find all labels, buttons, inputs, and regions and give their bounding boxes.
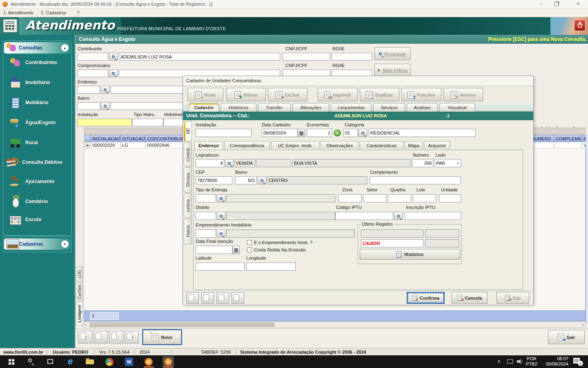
subtab-correspondencia[interactable]: Correspondência	[224, 141, 270, 149]
bairro-search-button[interactable]	[101, 102, 109, 110]
grid-row-marker-cell[interactable]: ►	[85, 142, 91, 148]
uc-bairro-search-button[interactable]	[258, 176, 266, 184]
side-tab-tecnica[interactable]: Técnica	[184, 167, 192, 193]
subtab-mapa[interactable]: Mapa	[405, 141, 423, 149]
sidebar-group-consultas[interactable]: Consultas ▲	[4, 42, 71, 54]
internet-explorer-icon[interactable]: e	[65, 356, 76, 368]
data-cadastro-calendar-button[interactable]: ▦	[298, 129, 305, 137]
toolbar-anexos-button[interactable]: ☞Anexos	[443, 88, 483, 101]
contribuinte-search-button[interactable]	[109, 53, 118, 61]
grid-cell-complemento[interactable]	[554, 142, 582, 148]
complemento-input[interactable]	[370, 176, 461, 184]
close-button[interactable]: ×	[572, 0, 585, 8]
toolbar-alterar-button[interactable]: ✎Alterar	[226, 88, 266, 101]
sidebar-item-rural[interactable]: Rural	[9, 135, 70, 151]
tab-cartoes[interactable]: Cartões	[76, 282, 83, 301]
setor-input[interactable]	[363, 194, 386, 202]
codigo-iptu-input[interactable]	[335, 212, 393, 220]
distrito-search-button[interactable]	[217, 212, 225, 220]
confirma-button[interactable]: ✓ Confirma	[407, 292, 445, 304]
menu-help[interactable]: ?	[77, 10, 79, 15]
endereco-code-input[interactable]	[77, 86, 100, 94]
pesquisar-button[interactable]: Pesquisar	[374, 47, 410, 60]
sidebar-item-escola[interactable]: Escola	[9, 211, 70, 228]
contribuinte-cnpj-input[interactable]	[283, 53, 330, 61]
endereco-search-button[interactable]	[101, 86, 109, 94]
scroll-left-arrow[interactable]: ‹	[85, 322, 87, 327]
tipo-entrega-search-button[interactable]	[217, 194, 225, 202]
record-first-button[interactable]: «	[78, 331, 92, 343]
page-number-cell[interactable]: 1	[90, 312, 119, 320]
main-sair-button[interactable]: ➜ Sair	[548, 330, 585, 344]
uc-instalacao-input[interactable]	[196, 129, 252, 137]
novo-button[interactable]: * Novo	[143, 330, 181, 344]
sidebar-item-consulta-debitos[interactable]: Consulta Débitos	[6, 154, 67, 171]
toolbar-excluir-button[interactable]: ×Excluir	[268, 88, 307, 101]
unidade-input[interactable]	[439, 194, 461, 202]
conta-retida-checkbox[interactable]	[247, 247, 252, 252]
subtab-arquivos[interactable]: Arquivos	[424, 141, 450, 149]
tab-log[interactable]: LOG	[76, 267, 83, 281]
side-tab-fatura[interactable]: Fatura	[184, 219, 192, 244]
toolbar-duplicar-button[interactable]: Duplicar	[360, 88, 399, 101]
economias-input[interactable]	[307, 129, 332, 137]
network-icon[interactable]	[507, 359, 513, 364]
contribuinte-code-input[interactable]	[77, 53, 108, 61]
language-indicator[interactable]: POR PTB2	[526, 356, 537, 367]
tipo-hidro-input[interactable]	[132, 119, 163, 126]
grid-header-instalacao[interactable]: INSTALACAO	[91, 135, 120, 142]
categoria-code-input[interactable]	[343, 129, 358, 137]
tab-servicos[interactable]: Serviços	[373, 103, 405, 112]
word-icon[interactable]: W	[123, 356, 135, 368]
longitude-input[interactable]	[246, 263, 296, 271]
instalacao-input[interactable]	[77, 119, 131, 126]
file-explorer-icon[interactable]	[84, 356, 96, 368]
clock[interactable]: 08:07 09/08/2024	[540, 356, 568, 367]
subtab-caracteristicas[interactable]: Características	[360, 141, 403, 149]
compromissario-code-input[interactable]	[77, 70, 108, 77]
distrito-code-input[interactable]	[196, 212, 216, 220]
sidebar-item-imobiliario[interactable]: Imobiliário	[9, 74, 70, 91]
zona-input[interactable]	[338, 194, 361, 202]
tab-historicos[interactable]: Históricos	[220, 103, 256, 112]
tab-lancamentos[interactable]: Lançamentos	[331, 103, 372, 112]
lado-select[interactable]: PAR ▼	[434, 159, 461, 167]
restore-icon[interactable]	[555, 2, 559, 6]
sidebar-item-contribuintes[interactable]: Contribuintes	[9, 54, 70, 71]
quadra-input[interactable]	[388, 194, 411, 202]
side-tab-leitura[interactable]: Leitura	[184, 193, 192, 218]
toolbar-novo-button[interactable]: +Novo	[187, 88, 223, 101]
codigo-iptu-search-button[interactable]	[394, 212, 403, 220]
historico-button[interactable]: Histórico	[360, 249, 460, 260]
grid-header-codcontribuinte[interactable]: CODCONTRIBUIN	[145, 135, 183, 142]
tab-alteracoes[interactable]: Alterações	[292, 103, 329, 112]
record-last-button[interactable]: »	[125, 331, 139, 343]
compromissario-search-button[interactable]	[109, 70, 118, 77]
grid-cell-instalacao[interactable]: 000002029	[91, 142, 120, 148]
grid-cell-codcontribuinte[interactable]: 000002846	[145, 142, 183, 148]
logradouro-search-button[interactable]	[225, 159, 234, 167]
sidebar-item-mobiliario[interactable]: Mobiliário	[9, 94, 70, 111]
tab-visualizar[interactable]: Visualizar	[439, 103, 475, 112]
modal-sair-button[interactable]: ➜ Sair	[497, 292, 529, 304]
cancela-button[interactable]: × Cancela	[452, 292, 488, 304]
tipo-entrega-code-input[interactable]	[196, 194, 216, 202]
grid-header-situacao[interactable]: SITUACAO	[120, 135, 145, 142]
fiorilli-app-icon[interactable]	[143, 356, 154, 368]
subtab-endereco[interactable]: Endereço	[194, 141, 223, 149]
side-tab-contrib[interactable]: Contrib.	[184, 142, 192, 166]
toolbar-imprimir-button[interactable]: ▭Imprimir	[318, 88, 358, 101]
toolbar-funcoes-button[interactable]: ƒFunções	[401, 88, 441, 101]
menu-atendimento[interactable]: 1. Atendimento	[3, 10, 33, 15]
scroll-thumb[interactable]	[90, 323, 274, 327]
tray-chevron-icon[interactable]: ∧	[497, 359, 501, 364]
empreendimento-checkbox[interactable]	[247, 240, 252, 245]
data-cadastro-input[interactable]	[262, 129, 298, 137]
mais-filtros-button[interactable]: + Mais Filtros	[374, 64, 410, 76]
modal-record-last-button[interactable]: »	[232, 292, 244, 304]
tab-transfer[interactable]: Transfer.	[258, 103, 291, 112]
record-prev-button[interactable]: ‹	[94, 331, 108, 343]
logradouro-code-input[interactable]	[196, 159, 224, 167]
sidebar-group-cadastros[interactable]: Cadastros ▼	[4, 238, 71, 250]
contribuinte-name-input[interactable]	[119, 53, 280, 61]
